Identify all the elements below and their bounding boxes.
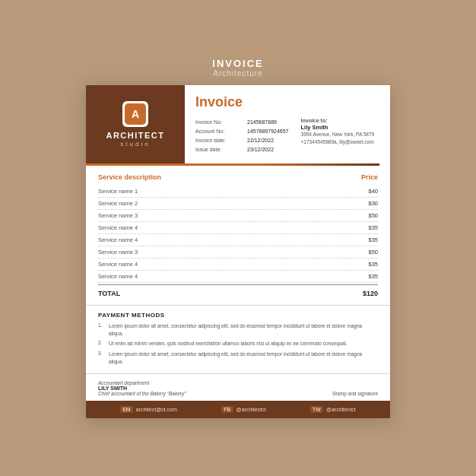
invoice-no-value: 2145687889 bbox=[247, 118, 277, 127]
footer-email: EM architect@ct.com bbox=[120, 406, 177, 413]
service-price: $35 bbox=[368, 236, 378, 243]
service-rows: Service name 1 $40 Service name 2 $30 Se… bbox=[98, 186, 378, 283]
outer-wrapper: INVOICE Architecture A ARCHITECT studio … bbox=[86, 58, 390, 417]
page-title: INVOICE bbox=[212, 58, 263, 69]
fb-value: @architectct bbox=[236, 407, 266, 412]
payment-num: 3. bbox=[98, 351, 106, 356]
stamp-text: Stamp and signature bbox=[332, 391, 378, 396]
invoice-header: A ARCHITECT studio Invoice Invoice No: 2… bbox=[86, 85, 390, 163]
invoice-meta-left: Invoice No: 2145687889 Account No: 14578… bbox=[195, 118, 289, 154]
email-value: architect@ct.com bbox=[136, 407, 177, 412]
accountant-block: Accountant department LILY SMITH Chief a… bbox=[98, 380, 186, 396]
tw-prefix: TW bbox=[310, 406, 323, 413]
service-row: Service name 3 $50 bbox=[98, 210, 378, 222]
service-name: Service name 2 bbox=[98, 200, 138, 207]
logo-main-text: ARCHITECT bbox=[106, 131, 164, 141]
services-desc-header: Service description bbox=[98, 173, 161, 181]
header-info-block: Invoice Invoice No: 2145687889 Account N… bbox=[185, 85, 390, 163]
invoice-date-label: Invoice date: bbox=[195, 136, 247, 145]
payment-num: 2. bbox=[98, 340, 106, 345]
service-name: Service name 1 bbox=[98, 188, 138, 195]
service-row: Service name 4 $35 bbox=[98, 234, 378, 246]
service-row: Service name 3 $50 bbox=[98, 246, 378, 259]
service-price: $35 bbox=[368, 273, 378, 280]
service-price: $35 bbox=[368, 261, 378, 268]
service-row: Service name 4 $35 bbox=[98, 222, 378, 234]
logo-sub-text: studio bbox=[120, 141, 150, 148]
services-header: Service description Price bbox=[98, 173, 378, 181]
accountant-name: LILY SMITH bbox=[98, 386, 186, 391]
email-prefix: EM bbox=[120, 406, 133, 413]
service-name: Service name 4 bbox=[98, 261, 138, 268]
service-row: Service name 4 $35 bbox=[98, 271, 378, 283]
service-price: $35 bbox=[368, 224, 378, 231]
payment-item: 3. Lorem ipsum dolor sit amet, consectet… bbox=[98, 351, 378, 366]
payment-text: Lorem ipsum dolor sit amet, consectetur … bbox=[109, 351, 378, 366]
service-row: Service name 4 $35 bbox=[98, 259, 378, 271]
service-price: $50 bbox=[368, 249, 378, 255]
payment-text: Ut enim ad minim veniam, quis nostrud ex… bbox=[109, 340, 347, 347]
issue-date-label: Issue date: bbox=[195, 145, 247, 154]
service-name: Service name 4 bbox=[98, 273, 138, 280]
signature-section: Accountant department LILY SMITH Chief a… bbox=[86, 373, 390, 401]
invoice-no-item: Invoice No: 2145687889 bbox=[195, 118, 289, 127]
invoice-to-label: Invoice to: bbox=[301, 118, 379, 123]
account-no-label: Account No: bbox=[195, 127, 247, 136]
account-no-value: 14578897924657 bbox=[247, 127, 289, 136]
invoice-footer: EM architect@ct.com FB @architectct TW @… bbox=[86, 401, 390, 418]
total-value: $120 bbox=[363, 290, 378, 297]
total-row: TOTAL $120 bbox=[98, 284, 378, 300]
footer-fb: FB @architectct bbox=[221, 406, 265, 413]
service-name: Service name 3 bbox=[98, 212, 138, 219]
client-address: 3954 Avenue, New York, PA 5879 bbox=[301, 131, 379, 138]
services-section: Service description Price Service name 1… bbox=[86, 166, 390, 305]
tw-value: @architectct bbox=[326, 407, 356, 412]
services-price-header: Price bbox=[361, 173, 378, 181]
issue-date-value: 23/12/2022 bbox=[247, 145, 274, 154]
payment-item: 2. Ut enim ad minim veniam, quis nostrud… bbox=[98, 340, 378, 347]
logo-block: A ARCHITECT studio bbox=[86, 85, 185, 163]
logo-letter: A bbox=[125, 103, 146, 125]
payment-section: PAYMENT METHODS 1. Lorem ipsum dolor sit… bbox=[86, 305, 390, 373]
logo-icon: A bbox=[122, 101, 148, 127]
invoice-no-label: Invoice No: bbox=[195, 118, 247, 127]
payment-num: 1. bbox=[98, 322, 106, 328]
service-name: Service name 3 bbox=[98, 249, 138, 255]
service-row: Service name 2 $30 bbox=[98, 198, 378, 210]
invoice-title: Invoice bbox=[195, 94, 379, 110]
client-name: Lily Smith bbox=[301, 124, 379, 131]
payment-text: Lorem ipsum dolor sit amet, consectetur … bbox=[109, 322, 378, 338]
invoice-meta-row: Invoice No: 2145687889 Account No: 14578… bbox=[195, 118, 379, 154]
fb-prefix: FB bbox=[221, 406, 233, 413]
service-row: Service name 1 $40 bbox=[98, 186, 378, 198]
service-name: Service name 4 bbox=[98, 224, 138, 231]
accountant-dept: Accountant department bbox=[98, 380, 186, 386]
total-label: TOTAL bbox=[98, 290, 120, 297]
invoice-date-value: 22/12/2022 bbox=[247, 136, 274, 145]
payment-item: 1. Lorem ipsum dolor sit amet, consectet… bbox=[98, 322, 378, 338]
page-title-block: INVOICE Architecture bbox=[212, 58, 263, 78]
footer-tw: TW @architectct bbox=[310, 406, 356, 413]
invoice-meta-right: Invoice to: Lily Smith 3954 Avenue, New … bbox=[301, 118, 379, 154]
accountant-title: Chief accountant of the Bakery "Bakery" bbox=[98, 391, 186, 396]
invoice-card: A ARCHITECT studio Invoice Invoice No: 2… bbox=[86, 85, 390, 417]
invoice-date-item: Invoice date: 22/12/2022 bbox=[195, 136, 289, 145]
page-subtitle: Architecture bbox=[212, 69, 263, 78]
issue-date-item: Issue date: 23/12/2022 bbox=[195, 145, 289, 154]
service-price: $50 bbox=[368, 212, 378, 219]
payment-title: PAYMENT METHODS bbox=[98, 312, 378, 319]
client-contact: +17344545889a, lily@sweet.com bbox=[301, 138, 379, 146]
service-price: $30 bbox=[368, 200, 378, 207]
payment-items: 1. Lorem ipsum dolor sit amet, consectet… bbox=[98, 322, 378, 366]
service-price: $40 bbox=[368, 188, 378, 195]
service-name: Service name 4 bbox=[98, 236, 138, 243]
account-no-item: Account No: 14578897924657 bbox=[195, 127, 289, 136]
